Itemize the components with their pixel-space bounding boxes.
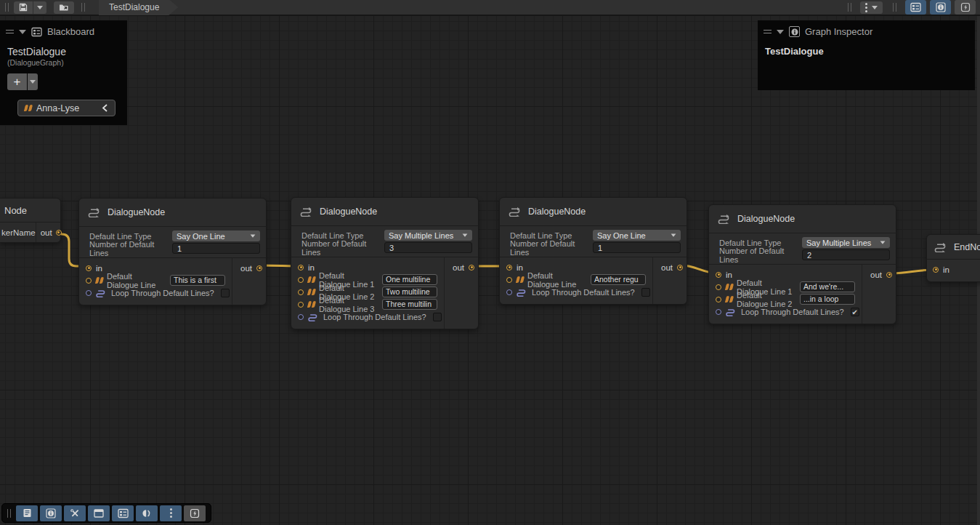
num-lines-value: 3 (389, 244, 394, 252)
dialogue-line-field[interactable]: ...in a loop (800, 294, 855, 305)
loop-checkbox[interactable] (433, 313, 442, 321)
more-options-button[interactable] (160, 505, 182, 521)
num-lines-field[interactable]: 3 (384, 242, 472, 253)
num-lines-field[interactable]: 1 (172, 243, 260, 254)
in-port[interactable] (298, 265, 304, 270)
dialogue-line-field[interactable]: Three multilin (382, 299, 437, 310)
num-lines-field[interactable]: 2 (802, 249, 890, 260)
blackboard-button[interactable] (112, 505, 134, 521)
toolbar-handle-icon[interactable] (5, 3, 9, 12)
line-type-dropdown[interactable]: Say One Line (172, 231, 260, 241)
more-options-icon (170, 508, 172, 518)
num-lines-label: Number of Default Lines (510, 239, 593, 257)
info-icon (936, 2, 946, 12)
chevron-down-icon (880, 241, 886, 244)
line-type-dropdown[interactable]: Say Multiple Lines (384, 230, 472, 241)
more-options-button[interactable] (860, 1, 883, 14)
collapse-arrow-icon[interactable] (19, 30, 26, 34)
toggle-preview-button[interactable] (955, 0, 976, 15)
in-port[interactable] (86, 265, 92, 271)
out-port[interactable] (256, 265, 262, 271)
end-node[interactable]: EndNode in (926, 234, 980, 282)
dialogue-node-4[interactable]: DialogueNode Default Line Type Say Multi… (708, 204, 896, 324)
panel-title: Graph Inspector (805, 26, 872, 37)
line-type-dropdown[interactable]: Say One Line (593, 230, 681, 241)
panel-title: Blackboard (47, 26, 94, 37)
dialogue-line-field[interactable]: Another regu (591, 274, 646, 285)
loop-checkbox[interactable] (221, 289, 230, 297)
info-button[interactable] (40, 505, 62, 521)
window-button[interactable] (88, 505, 110, 521)
in-port[interactable] (933, 267, 939, 273)
dialogue-line-field[interactable]: Two multiline (382, 286, 437, 297)
line-type-value: Say One Line (597, 231, 646, 240)
quote-icon (726, 284, 732, 290)
dialogue-line-port[interactable] (298, 289, 304, 295)
blackboard-field[interactable]: Anna-Lyse (17, 100, 116, 116)
dialogue-line-port[interactable] (506, 277, 512, 283)
loop-port[interactable] (298, 314, 304, 320)
dialogue-line-port[interactable] (298, 277, 304, 283)
dialogue-line-field[interactable]: And we're... (800, 281, 855, 292)
dialogue-line-port[interactable] (298, 302, 304, 308)
tab-testdialogue[interactable]: TestDialogue (99, 0, 178, 15)
out-port[interactable] (56, 230, 62, 236)
loop-port[interactable] (86, 290, 92, 296)
loop-checkbox[interactable] (641, 288, 650, 297)
dialogue-line-port[interactable] (86, 278, 92, 284)
out-port[interactable] (469, 265, 474, 270)
preview-icon (142, 508, 152, 518)
speaker-node[interactable]: Node kerName out (0, 198, 61, 243)
save-dropdown-button[interactable] (33, 1, 46, 14)
collapse-chevron-icon[interactable] (102, 104, 108, 112)
toolbar-handle-icon[interactable] (7, 509, 11, 518)
toggle-inspector-button[interactable] (930, 0, 951, 15)
capsule-bolt-icon (190, 508, 200, 518)
out-port[interactable] (677, 265, 683, 270)
line-type-dropdown[interactable]: Say Multiple Lines (802, 237, 890, 248)
in-port[interactable] (506, 265, 512, 270)
loop-port[interactable] (506, 289, 512, 295)
out-port[interactable] (886, 272, 892, 278)
dialogue-node-3[interactable]: DialogueNode Default Line Type Say One L… (499, 197, 687, 305)
dialogue-line-field[interactable]: One multiline (382, 274, 437, 285)
dialogue-line-label: Default Dialogue Line (107, 272, 166, 289)
tools-button[interactable] (64, 505, 86, 521)
node-title-bar[interactable]: DialogueNode (291, 198, 478, 226)
add-variable-dropdown[interactable] (28, 73, 38, 90)
node-title-bar[interactable]: DialogueNode (500, 198, 687, 226)
loop-checkbox[interactable]: ✔ (851, 308, 859, 316)
document-button[interactable] (16, 505, 38, 521)
graph-type: (DialogueGraph) (0, 57, 127, 67)
node-title-bar[interactable]: EndNode (927, 235, 980, 260)
node-title: DialogueNode (108, 207, 165, 217)
loop-port[interactable] (716, 309, 721, 315)
loop-label: Loop Through Default Lines? (323, 313, 426, 321)
toolbar-separator (893, 3, 896, 12)
drag-handle-icon[interactable] (6, 30, 14, 33)
dialogue-line-port[interactable] (716, 284, 721, 290)
node-title-bar[interactable]: Node (0, 199, 60, 223)
dialogue-node-1[interactable]: DialogueNode Default Line Type Say One L… (78, 198, 267, 305)
collapse-arrow-icon[interactable] (777, 30, 784, 34)
in-port[interactable] (716, 272, 721, 278)
node-title-bar[interactable]: DialogueNode (79, 199, 266, 227)
node-title: EndNode (954, 242, 980, 252)
num-lines-field[interactable]: 1 (593, 242, 681, 253)
add-variable-button[interactable]: + (7, 73, 27, 90)
open-asset-button[interactable] (54, 1, 74, 14)
node-title-bar[interactable]: DialogueNode (709, 205, 896, 233)
preview-button[interactable] (136, 505, 158, 521)
field-name: Anna-Lyse (36, 103, 79, 113)
quote-icon (308, 301, 315, 308)
dialogue-graph-editor: Node kerName out DialogueNode Default Li… (0, 0, 980, 525)
capsule-bolt-button[interactable] (184, 505, 206, 521)
dialogue-line-port[interactable] (716, 297, 721, 302)
blackboard-icon (118, 508, 129, 518)
drag-handle-icon[interactable] (764, 30, 772, 33)
dialogue-node-2[interactable]: DialogueNode Default Line Type Say Multi… (291, 197, 479, 329)
dialogue-line-field[interactable]: This is a first (170, 275, 225, 286)
toggle-blackboard-button[interactable] (905, 0, 926, 15)
node-title: DialogueNode (528, 207, 586, 217)
save-button[interactable] (14, 1, 33, 14)
